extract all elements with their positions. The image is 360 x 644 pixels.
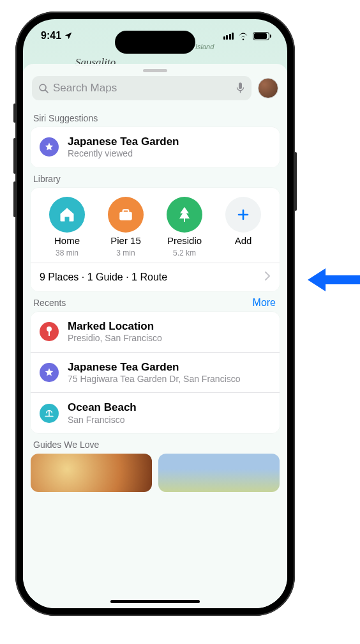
ringer-switch	[13, 103, 16, 123]
volume-down-button	[13, 181, 16, 217]
search-sheet: Search Maps Siri Suggestions Japanese Te…	[23, 64, 287, 608]
recent-item-title: Ocean Beach	[68, 401, 271, 414]
battery-icon	[253, 32, 269, 40]
library-item-presidio[interactable]: Presidio 5.2 km	[157, 197, 212, 257]
guide-tile[interactable]	[31, 454, 152, 492]
svg-line-1	[45, 89, 48, 92]
star-icon	[40, 137, 59, 157]
recent-item[interactable]: Marked Location Presidio, San Francisco	[31, 312, 280, 352]
library-item-sub: 5.2 km	[173, 249, 196, 257]
library-item-label: Pier 15	[110, 235, 141, 246]
svg-rect-5	[123, 210, 129, 212]
recent-item[interactable]: Japanese Tea Garden 75 Hagiwara Tea Gard…	[31, 352, 280, 393]
library-item-label: Home	[54, 235, 80, 246]
plus-icon	[225, 197, 261, 233]
recents-section-label: Recents	[23, 291, 76, 312]
screen: 9:41 Sausalito Island	[23, 19, 287, 608]
search-placeholder: Search Maps	[53, 82, 236, 95]
library-item-pier15[interactable]: Pier 15 3 min	[98, 197, 153, 257]
briefcase-icon	[108, 197, 144, 233]
side-button	[294, 152, 297, 211]
chevron-right-icon	[265, 272, 271, 283]
beach-icon	[40, 404, 59, 423]
recent-item-subtitle: Presidio, San Francisco	[68, 333, 271, 344]
account-avatar[interactable]	[258, 78, 278, 98]
recent-item-title: Marked Location	[68, 319, 271, 333]
library-item-add[interactable]: Add	[216, 197, 271, 257]
svg-rect-2	[239, 82, 242, 89]
microphone-icon[interactable]	[236, 82, 245, 95]
guides-section-label: Guides We Love	[23, 433, 287, 454]
annotation-arrow-icon	[304, 264, 360, 298]
marked-pin-icon	[40, 322, 59, 341]
siri-suggestion-card: Japanese Tea Garden Recently viewed	[31, 127, 280, 167]
recent-item-title: Japanese Tea Garden	[68, 360, 271, 374]
status-time: 9:41	[41, 30, 61, 42]
home-indicator[interactable]	[110, 600, 200, 603]
recents-card: Marked Location Presidio, San Francisco …	[31, 312, 280, 433]
recent-item-subtitle: San Francisco	[68, 415, 271, 426]
recent-item-subtitle: 75 Hagiwara Tea Garden Dr, San Francisco	[68, 374, 271, 385]
phone-frame: 9:41 Sausalito Island	[15, 12, 295, 616]
library-item-sub: 3 min	[116, 249, 135, 257]
location-arrow-icon	[64, 31, 73, 40]
sheet-grabber[interactable]	[143, 69, 167, 72]
recents-more-link[interactable]: More	[253, 297, 276, 309]
svg-rect-6	[184, 218, 185, 222]
library-section-label: Library	[23, 167, 287, 188]
library-item-label: Presidio	[167, 235, 202, 246]
guide-tile[interactable]	[158, 454, 280, 492]
tree-icon	[167, 197, 202, 233]
library-item-home[interactable]: Home 38 min	[40, 197, 94, 257]
recent-item[interactable]: Ocean Beach San Francisco	[31, 392, 280, 433]
cellular-signal-icon	[223, 33, 234, 40]
library-summary-text: 9 Places · 1 Guide · 1 Route	[40, 272, 167, 283]
home-icon	[49, 197, 85, 233]
svg-rect-10	[49, 331, 50, 336]
svg-point-9	[47, 326, 52, 332]
library-item-label: Add	[235, 235, 252, 246]
siri-section-label: Siri Suggestions	[23, 107, 287, 127]
status-bar: 9:41	[23, 19, 287, 52]
library-item-sub: 38 min	[56, 249, 79, 257]
search-icon	[38, 83, 49, 94]
volume-up-button	[13, 138, 16, 174]
library-summary-row[interactable]: 9 Places · 1 Guide · 1 Route	[31, 263, 280, 291]
search-input[interactable]: Search Maps	[32, 76, 251, 100]
siri-item-title: Japanese Tea Garden	[68, 135, 271, 148]
star-icon	[40, 363, 59, 382]
wifi-icon	[237, 32, 249, 40]
library-card: Home 38 min Pier 15 3 min	[31, 188, 280, 291]
siri-suggestion-item[interactable]: Japanese Tea Garden Recently viewed	[31, 127, 280, 167]
siri-item-subtitle: Recently viewed	[68, 148, 271, 160]
